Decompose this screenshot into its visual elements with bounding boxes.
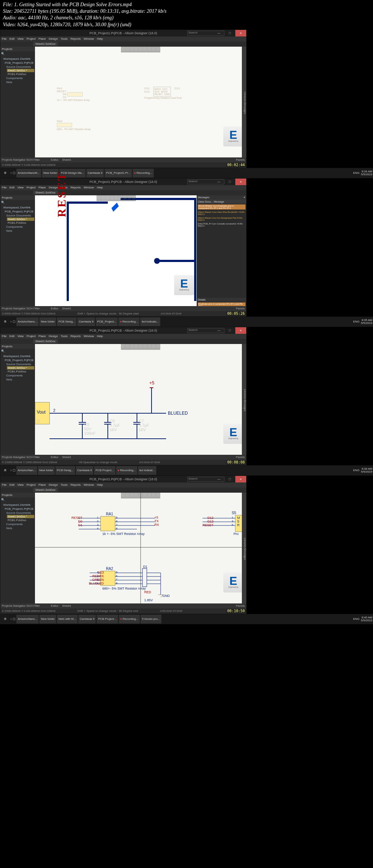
right-panels[interactable]: Libraries Messages — [242, 493, 246, 606]
pcb-node[interactable]: PCB1.PcbDoc — [7, 221, 34, 225]
schematic-canvas[interactable]: RESET EEngineering — [35, 195, 197, 306]
canvas-toolbar[interactable] — [121, 493, 160, 498]
menu-help[interactable]: Help — [97, 186, 103, 189]
taskbar-item[interactable]: ●Recording... — [118, 317, 140, 326]
taskbar-item[interactable]: Nets with M... — [57, 615, 77, 623]
taskbar-item[interactable]: led indicat... — [138, 466, 157, 475]
maximize-button[interactable]: □ — [224, 30, 235, 36]
taskbar-item[interactable]: PCB Desig... — [57, 317, 76, 326]
close-button[interactable]: × — [235, 476, 246, 482]
panels-button[interactable]: Panels — [236, 307, 245, 310]
system-tray[interactable]: ENG8:40 AM5/5/2019 — [353, 616, 372, 622]
canvas-toolbar[interactable] — [121, 47, 160, 52]
taskbar-item[interactable]: ArduinoNan... — [16, 466, 37, 475]
close-button[interactable]: × — [235, 30, 246, 36]
maximize-button[interactable]: □ — [224, 327, 235, 334]
taskbar-item[interactable]: led indicato... — [140, 317, 160, 326]
minimize-button[interactable]: — — [213, 179, 224, 185]
menu-tools[interactable]: Tools — [61, 37, 68, 40]
taskbar-item[interactable]: PCB Project... — [97, 615, 118, 623]
menu-file[interactable]: File — [2, 37, 7, 40]
taskbar-item[interactable]: ArduinoNanoM... — [16, 169, 41, 177]
message-row[interactable]: [Info] PCB_Pr Com Compile successful / 8… — [197, 222, 246, 228]
close-button[interactable]: × — [235, 327, 246, 334]
minimize-button[interactable]: — — [213, 476, 224, 482]
workspace-node[interactable]: Workspace1.DsnWrk — [3, 206, 34, 210]
menu-design[interactable]: Design — [49, 37, 58, 40]
taskbar-item[interactable]: Camtasia 9 — [86, 169, 104, 177]
nets-node[interactable]: Nets — [5, 229, 34, 233]
taskbar-item[interactable]: PCB_Project... — [96, 317, 118, 326]
lang-indicator[interactable]: ENG — [353, 171, 360, 175]
schematic-canvas[interactable]: Vout D 2 +5 BLUELED C9 50V 100nF C6 4.7µ… — [35, 344, 246, 455]
cortana-icon[interactable]: ○ — [10, 171, 12, 175]
system-tray[interactable]: ENG 8:26 AM5/5/2019 — [353, 170, 372, 176]
system-tray[interactable]: ENG8:38 AM5/5/2019 — [353, 468, 372, 473]
taskbar-item[interactable]: New folder — [39, 317, 56, 326]
taskbar-item[interactable]: PCB_Project1.Pr... — [105, 169, 132, 177]
minimize-button[interactable]: — — [213, 327, 224, 334]
menu-help[interactable]: Help — [97, 37, 103, 40]
menu-project[interactable]: Project — [27, 186, 36, 189]
workspace-node[interactable]: Workspace1.DsnWrk — [3, 57, 34, 61]
start-button[interactable]: ⊞ — [1, 171, 9, 175]
search-icon[interactable]: 🔍 — [1, 201, 5, 204]
tab-sheet[interactable]: Sheet1.SchDoc — [33, 488, 58, 492]
menu-place[interactable]: Place — [39, 186, 46, 189]
menu-reports[interactable]: Reports — [70, 186, 81, 189]
footer-tabs[interactable]: Projects Navigator SCH Filter — [2, 307, 40, 310]
menu-view[interactable]: View — [17, 37, 24, 40]
taskbar-item[interactable]: ●Recording... — [116, 466, 137, 475]
close-icon[interactable]: ✕ — [243, 196, 246, 199]
project-node[interactable]: PCB_Project1.PrjPCB — [4, 210, 34, 214]
canvas-toolbar[interactable] — [121, 344, 160, 350]
tab-sheet[interactable]: Sheet1.SchDoc — [33, 191, 58, 195]
maximize-button[interactable]: □ — [224, 179, 235, 185]
tab-sheet[interactable]: Sheet1.SchDoc — [33, 339, 58, 343]
taskbar-item[interactable]: PCB Project... — [94, 466, 115, 475]
taskbar-item[interactable]: New folder — [38, 466, 55, 475]
system-tray[interactable]: ENG8:35 AM5/5/2019 — [353, 319, 372, 325]
taskbar-item[interactable]: 5 blocks pro... — [141, 615, 162, 623]
taskbar-item[interactable]: Camtasia 9 — [76, 466, 93, 475]
sources-node[interactable]: Source Documents — [5, 65, 34, 69]
message-row[interactable]: [Warni Sheet1 Com Nets Wire BLUELED / 8:… — [197, 210, 246, 216]
cortana-icon[interactable]: ○ — [10, 320, 12, 323]
right-panels[interactable]: Libraries Messages — [242, 47, 246, 160]
taskbar-item[interactable]: Camtasia 9 — [78, 615, 96, 623]
menu-edit[interactable]: Edit — [9, 37, 15, 40]
task-view-icon[interactable]: ▢ — [13, 171, 16, 175]
menu-edit[interactable]: Edit — [9, 186, 15, 189]
maximize-button[interactable]: □ — [224, 476, 235, 482]
taskbar-item[interactable]: ●Recording... — [133, 169, 154, 177]
menu-reports[interactable]: Reports — [70, 37, 81, 40]
message-row[interactable]: [Warni Sheet1 Com Un-Designated Part 8:0… — [197, 216, 246, 222]
menu-view[interactable]: View — [17, 186, 24, 189]
lang-indicator[interactable]: ENG — [353, 320, 360, 323]
close-button[interactable]: × — [235, 179, 246, 185]
start-button[interactable]: ⊞ — [1, 469, 9, 472]
start-button[interactable]: ⊞ — [1, 617, 9, 621]
components-node[interactable]: Components — [5, 225, 34, 229]
nets-node[interactable]: Nets — [5, 80, 34, 84]
canvas-toolbar[interactable] — [97, 195, 136, 201]
taskbar-item[interactable]: ArduinoNano... — [16, 317, 39, 326]
search-icon[interactable]: 🔍 — [1, 498, 5, 501]
sources-node[interactable]: Source Documents — [5, 214, 34, 218]
menu-window[interactable]: Window — [83, 37, 94, 40]
menu-project[interactable]: Project — [27, 37, 36, 40]
taskbar-item[interactable]: ArduinoNano... — [16, 615, 39, 623]
footer-tabs[interactable]: Projects Navigator SCH Filter — [2, 158, 40, 161]
schematic-canvas[interactable]: RA1 RESET D0 D1 1k +- 5% SMT Resistor Ar… — [35, 47, 246, 157]
taskbar-item[interactable]: Camtasia 9 — [77, 317, 95, 326]
minimize-button[interactable]: — — [213, 30, 224, 36]
menu-place[interactable]: Place — [39, 37, 46, 40]
taskbar-item[interactable]: New folder — [39, 615, 56, 623]
sheet-node[interactable]: Sheet1.SchDoc * — [7, 69, 34, 72]
task-view-icon[interactable]: ▢ — [13, 320, 16, 323]
schematic-canvas[interactable]: RA1 RESETD0D1 1234 5678 +5TXRX 1k +- 5% … — [35, 493, 246, 603]
pcb-node[interactable]: PCB1.PcbDoc — [7, 72, 34, 76]
taskbar-item[interactable]: ●Recording... — [119, 615, 140, 623]
message-row[interactable]: [Error] Sheet1 Com Duplicate pins in com… — [197, 204, 246, 210]
taskbar-item[interactable]: PCB Desig... — [55, 466, 75, 475]
